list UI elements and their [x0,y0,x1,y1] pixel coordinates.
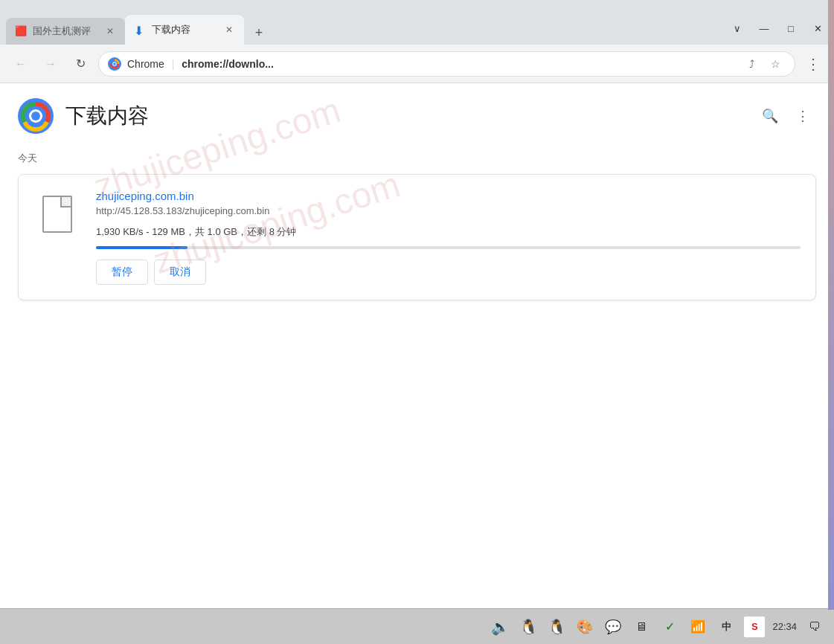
address-actions: ⤴ ☆ [741,54,786,74]
back-button[interactable]: ← [9,52,33,76]
header-actions: 🔍 ⋮ [757,103,816,129]
tab-2[interactable]: ⬇ 下载内容 ✕ [125,15,244,45]
wifi-icon[interactable]: 📶 [687,616,708,637]
progress-bar-fill [96,246,187,249]
tab-bar: 🟥 国外主机测评 ✕ ⬇ 下载内容 ✕ + ∨ — □ ✕ [0,0,834,45]
maximize-button[interactable]: □ [780,18,801,39]
svg-point-5 [31,112,40,120]
file-icon-area [33,190,81,285]
page-header: 下载内容 🔍 ⋮ [0,83,834,146]
pause-button[interactable]: 暂停 [96,260,148,285]
tab2-title: 下载内容 [152,23,217,36]
address-bar[interactable]: Chrome | chrome://downlo... ⤴ ☆ [98,51,795,77]
page-title: 下载内容 [65,102,149,130]
wechat-icon[interactable]: 💬 [603,616,623,637]
download-status: 1,930 KB/s - 129 MB，共 1.0 GB，还剩 8 分钟 [96,225,801,239]
toolbar: ← → ↻ Chrome | chrome://downlo... ⤴ ☆ ⋮ [0,45,834,83]
tab2-favicon: ⬇ [134,24,146,36]
chrome-icon [108,57,121,71]
search-downloads-button[interactable]: 🔍 [757,103,783,129]
download-info: zhujiceping.com.bin http://45.128.53.183… [96,190,801,285]
svg-point-2 [113,62,116,65]
taskbar: 🔈 🐧 🐧 🎨 💬 🖥 ✓ 📶 中 S 22:34 🗨 [0,608,834,644]
file-icon [42,196,72,233]
cancel-button[interactable]: 取消 [154,260,206,285]
browser-menu-button[interactable]: ⋮ [801,52,825,76]
tab1-title: 国外主机测评 [33,25,98,38]
penguin2-icon[interactable]: 🐧 [546,616,567,637]
new-tab-button[interactable]: + [247,21,271,45]
bookmark-button[interactable]: ☆ [765,54,786,74]
right-edge-bar [828,0,834,610]
address-separator: | [172,58,175,70]
progress-bar-container [96,246,801,249]
download-filename[interactable]: zhujiceping.com.bin [96,190,801,202]
input-method-icon[interactable]: 中 [716,616,737,637]
minimize-button[interactable]: — [754,18,774,39]
chevron-down-icon[interactable]: ∨ [727,18,748,39]
volume-icon[interactable]: 🔈 [490,616,510,637]
download-actions: 暂停 取消 [96,260,801,285]
color-grid-icon[interactable]: 🎨 [574,616,595,637]
address-text: Chrome | chrome://downlo... [127,58,735,70]
app-name: Chrome [127,58,164,70]
section-label: 今天 [0,146,834,174]
penguin1-icon[interactable]: 🐧 [518,616,539,637]
chrome-logo-large [18,98,54,134]
tab1-close[interactable]: ✕ [104,25,116,37]
share-button[interactable]: ⤴ [741,54,762,74]
close-button[interactable]: ✕ [807,18,828,39]
notification-icon[interactable]: 🗨 [804,616,825,637]
page-title-area: 下载内容 [18,98,149,134]
checkmark-icon[interactable]: ✓ [659,616,680,637]
address-url: chrome://downlo... [182,58,274,70]
page-content: zhujiceping.com zhujiceping.com [0,83,834,608]
forward-button[interactable]: → [39,52,62,76]
reload-button[interactable]: ↻ [68,52,92,76]
tab2-close[interactable]: ✕ [223,24,235,36]
download-card: zhujiceping.com.bin http://45.128.53.183… [18,174,816,300]
window-controls: ∨ — □ ✕ [727,18,828,45]
browser-window: 🟥 国外主机测评 ✕ ⬇ 下载内容 ✕ + ∨ — □ ✕ ← → ↻ [0,0,834,644]
download-url: http://45.128.53.183/zhujiceping.com.bin [96,205,801,216]
taskbar-time: 22:34 [772,621,797,632]
screen-icon[interactable]: 🖥 [631,616,652,637]
downloads-menu-button[interactable]: ⋮ [789,103,816,129]
sougou-icon[interactable]: S [744,616,765,637]
taskbar-right: 🔈 🐧 🐧 🎨 💬 🖥 ✓ 📶 中 S 22:34 🗨 [490,616,825,637]
tab-1[interactable]: 🟥 国外主机测评 ✕ [6,18,125,45]
tab1-favicon: 🟥 [15,25,27,37]
